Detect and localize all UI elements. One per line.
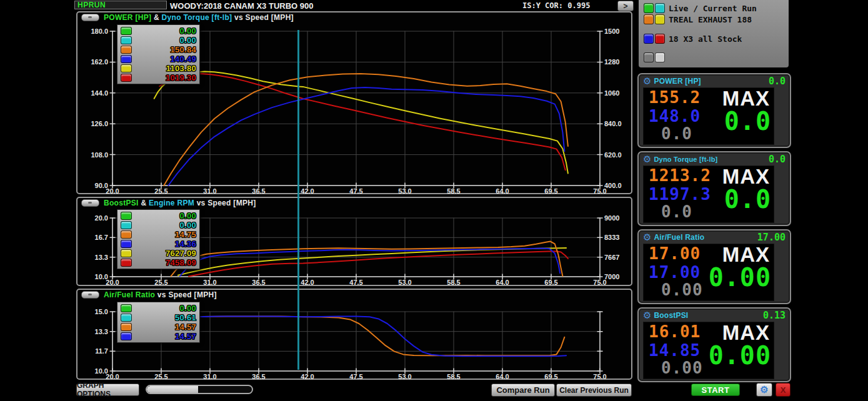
gauge-header-value: 17.00	[757, 232, 786, 243]
gauge-header-value: 0.0	[769, 76, 786, 87]
chart-title: BoostPSI & Engine RPM vs Speed [MPH]	[104, 199, 256, 207]
y-left-tick-label: 180.0	[71, 27, 108, 35]
cursor-line[interactable]	[297, 30, 299, 370]
x-tick-label: 36.5	[240, 187, 277, 195]
x-tick-label: 75.0	[581, 373, 619, 380]
run-mode-box[interactable]: HPRUN	[74, 1, 167, 9]
gauge-run1-value: 16.01	[649, 322, 701, 341]
legend-row: 14.57	[117, 332, 199, 341]
gauge-panel-dyno-torque-ft-lb: ⚙Dyno Torque [ft-lb]0.01213.21197.30.0MA…	[637, 151, 791, 226]
legend-row: 1019.30	[117, 73, 199, 82]
chart-boost-rpm: BoostPSI & Engine RPM vs Speed [MPH] 20.…	[76, 197, 632, 286]
gauge-run1-value: 155.2	[649, 88, 701, 107]
legend-swatch	[121, 230, 132, 239]
expand-button[interactable]: >	[617, 1, 634, 11]
chart-header: Air/Fuel Ratio vs Speed [MPH]	[77, 290, 631, 300]
gauge-run1-value: 1213.2	[649, 166, 711, 185]
x-tick-label: 36.5	[240, 373, 277, 380]
close-button[interactable]: X	[776, 383, 791, 397]
x-tick-label: 25.5	[142, 373, 180, 380]
gauge-max-value: 0.00	[709, 341, 771, 370]
gear-icon[interactable]: ⚙	[643, 311, 651, 320]
run-color-swatch	[644, 34, 654, 44]
gauge-body: 155.2148.00.0MAX0.0	[643, 87, 774, 145]
chart-collapse-button[interactable]	[81, 199, 99, 207]
x-tick-label: 25.5	[142, 187, 180, 195]
x-tick-label: 31.0	[191, 373, 229, 380]
run-progress-bar[interactable]	[146, 385, 253, 394]
x-tick-label: 64.0	[484, 373, 521, 380]
chart-title-part: vs Speed [MPH]	[194, 199, 256, 207]
gauge-run2-value: 1197.3	[649, 185, 711, 204]
gauge-header-value: 0.13	[763, 310, 786, 321]
gauge-body: 16.0114.850.00MAX0.00	[643, 322, 774, 379]
vehicle-title: WOODY:2018 CANAM X3 TURBO 900	[170, 1, 313, 11]
chart-title-part: Air/Fuel Ratio	[104, 290, 155, 299]
legend-row: 7627.09	[117, 249, 199, 258]
chart-collapse-button[interactable]	[81, 14, 99, 21]
run-legend-row[interactable]	[644, 52, 669, 62]
legend-row: 14.57	[117, 322, 199, 332]
legend-value: 0.00	[135, 211, 196, 220]
y-left-tick-label: 144.0	[71, 89, 108, 97]
legend-row: 14.75	[117, 230, 199, 239]
gauge-header: ⚙BoostPSI0.13	[641, 310, 787, 321]
x-tick-label: 47.5	[337, 279, 375, 286]
legend-row: 0.00	[117, 36, 199, 45]
x-tick-label: 69.5	[532, 279, 570, 286]
legend-swatch	[121, 74, 132, 82]
chart-title-part: vs Speed [MPH]	[155, 290, 217, 299]
gear-icon[interactable]: ⚙	[643, 77, 651, 86]
gauge-header: ⚙Air/Fuel Ratio17.00	[641, 232, 787, 243]
chart-title-part: &	[151, 13, 161, 22]
x-tick-label: 75.0	[581, 279, 619, 286]
gauge-run2-value: 14.85	[649, 341, 701, 360]
run-legend-label: TREAL EXHAUST 188	[669, 15, 752, 24]
y-left-tick-label: 162.0	[71, 58, 108, 66]
legend-row: 140.49	[117, 54, 199, 64]
x-tick-label: 75.0	[581, 187, 619, 195]
y-left-tick-label: 108.0	[71, 151, 108, 159]
run-legend-row[interactable]: TREAL EXHAUST 188	[644, 14, 752, 24]
gauge-title: POWER [HP]	[654, 77, 701, 86]
legend-swatch	[121, 55, 132, 63]
chart-afr: Air/Fuel Ratio vs Speed [MPH] 15.013.311…	[76, 289, 632, 380]
compare-run-button[interactable]: Compare Run	[491, 384, 555, 397]
run-legend-panel: Live / Current RunTREAL EXHAUST 18818 X3…	[639, 0, 789, 67]
legend-value: 14.75	[135, 230, 196, 239]
chart-header: POWER [HP] & Dyno Torque [ft-lb] vs Spee…	[77, 12, 631, 22]
legend-swatch	[121, 314, 132, 322]
gear-icon[interactable]: ⚙	[643, 155, 651, 164]
x-tick-label: 42.0	[289, 373, 326, 380]
x-tick-label: 58.5	[435, 187, 472, 195]
legend-swatch	[121, 212, 132, 220]
clear-previous-run-button[interactable]: Clear Previous Run	[556, 384, 632, 397]
gauge-run2-value: 17.00	[649, 263, 701, 282]
legend-value: 0.00	[135, 36, 196, 45]
gauge-title: Dyno Torque [ft-lb]	[654, 156, 717, 163]
run-legend-row[interactable]: Live / Current Run	[644, 3, 757, 13]
y-left-tick-label: 126.0	[71, 120, 108, 127]
chart-header: BoostPSI & Engine RPM vs Speed [MPH]	[77, 198, 631, 208]
settings-gear-button[interactable]: ⚙	[756, 383, 772, 397]
chart-title-part: &	[139, 199, 149, 207]
chart-collapse-button[interactable]	[81, 291, 99, 299]
legend-swatch	[121, 323, 132, 331]
series-rpm-stock	[189, 251, 568, 276]
gauge-max-value: 0.00	[709, 263, 771, 292]
run-color-swatch	[655, 52, 665, 62]
legend-swatch	[121, 36, 132, 44]
start-button[interactable]: START	[691, 384, 740, 396]
gear-icon[interactable]: ⚙	[643, 233, 651, 242]
x-tick-label: 20.0	[94, 187, 131, 195]
x-tick-label: 69.5	[532, 187, 570, 195]
run-legend-row[interactable]: 18 X3 all Stock	[644, 34, 742, 44]
x-tick-label: 42.0	[289, 279, 326, 286]
legend-value: 140.49	[135, 54, 196, 64]
y-left-tick-label: 13.3	[71, 254, 108, 261]
run-color-swatch	[644, 52, 654, 62]
graph-options-button[interactable]: GRAPH OPTIONS	[76, 384, 139, 396]
legend-row: 0.00	[117, 220, 199, 230]
chart-legend: 0.000.0014.7514.367627.097458.09	[117, 209, 200, 269]
legend-row: 150.84	[117, 45, 199, 54]
